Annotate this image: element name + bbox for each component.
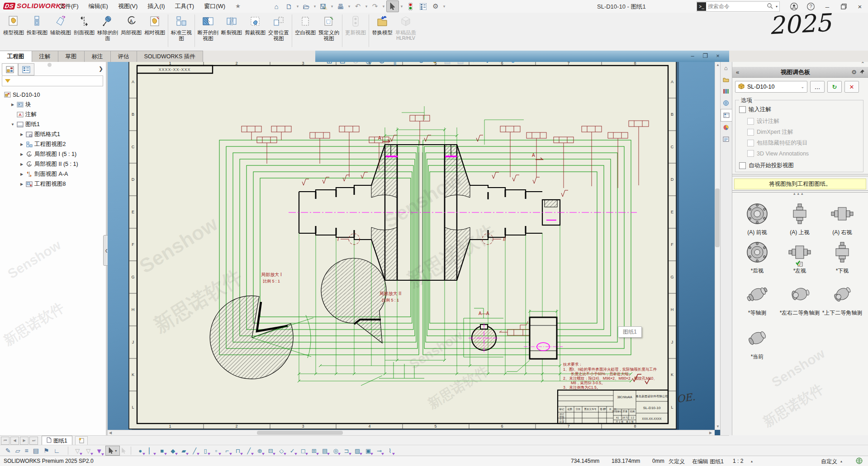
tree-item-sheetformat1[interactable]: ▶图纸格式1: [19, 130, 60, 139]
checkbox[interactable]: [739, 162, 746, 169]
sheet-scale[interactable]: 1 : 2: [733, 458, 743, 464]
menu-edit[interactable]: 编辑(E): [84, 0, 113, 13]
first-sheet-icon[interactable]: ⏮: [1, 437, 9, 445]
tree-item-drawingview8[interactable]: ▶工程图视图8: [19, 179, 66, 189]
new-document-icon[interactable]: 🗋: [283, 1, 295, 12]
scroll-right-icon[interactable]: ▶: [709, 431, 712, 435]
dropdown-icon[interactable]: ▾: [495, 62, 505, 63]
checkbox[interactable]: [739, 106, 746, 113]
filter-gtol-icon[interactable]: ⊞: [308, 447, 319, 454]
horizontal-scrollbar[interactable]: [108, 430, 715, 435]
tree-item-detailview2[interactable]: ▶A局部视图 II (5 : 1): [19, 160, 78, 169]
horizontal-scrollbar-thumb[interactable]: [257, 431, 343, 435]
redo-icon[interactable]: ↷: [369, 1, 381, 12]
checkbox-import-annotations[interactable]: 输入注解: [739, 106, 771, 113]
gear-icon[interactable]: ⚙: [430, 1, 441, 12]
view-thumb-current[interactable]: *当前: [736, 326, 778, 360]
tree-item-sectionview[interactable]: ▶剖面视图 A-A: [19, 169, 68, 179]
design-library-tab-icon[interactable]: [721, 85, 731, 97]
select-cursor-button[interactable]: ▾: [105, 446, 120, 456]
view-thumb-top[interactable]: (A) 上视: [778, 202, 821, 235]
tree-item-blocks[interactable]: ▶块: [10, 100, 31, 109]
filter-plane-icon[interactable]: ▯: [200, 447, 211, 454]
menu-window[interactable]: 窗口(W): [199, 0, 230, 13]
view-thumb-right[interactable]: (A) 右视: [821, 202, 863, 235]
view-thumb-back[interactable]: *后视: [736, 240, 778, 274]
pin-icon[interactable]: ★: [230, 0, 246, 13]
replace-model-button[interactable]: 替换模型: [370, 14, 394, 50]
view-thumb-isometric[interactable]: *等轴测: [736, 282, 778, 316]
refresh-button[interactable]: ↻: [827, 81, 842, 93]
annotation-tools-icons[interactable]: ✎▱≡▤⚑∟: [5, 447, 64, 454]
removed-section-button[interactable]: 移除的剖面: [96, 14, 119, 50]
tree-item-drawingview2[interactable]: ▶工程图视图2: [19, 140, 66, 149]
filter-stack-icon[interactable]: ▼: [94, 447, 104, 455]
filter-balloon-icon[interactable]: ◎: [330, 447, 341, 454]
crop-view-button[interactable]: 剪裁视图: [243, 14, 267, 50]
scroll-down-icon[interactable]: ▼: [716, 424, 720, 428]
filter-edges-icon[interactable]: ▏: [146, 447, 157, 454]
rebuild-icon[interactable]: [404, 1, 416, 12]
filter-connector-icon[interactable]: ⊸: [374, 447, 384, 454]
predefined-view-button[interactable]: 预定义的视图: [317, 14, 341, 50]
filter-note-icon[interactable]: ▤: [319, 447, 330, 454]
projected-view-button[interactable]: 投影视图: [25, 14, 49, 50]
add-sheet-button[interactable]: [75, 436, 88, 445]
prev-sheet-icon[interactable]: ◀: [10, 437, 19, 445]
collapse-icon[interactable]: ▼: [10, 122, 15, 127]
expand-icon[interactable]: ▶: [19, 162, 24, 166]
section-view-button[interactable]: 剖面视图: [72, 14, 96, 50]
view-thumb-front[interactable]: (A) 前视: [736, 202, 778, 235]
redraw-icon[interactable]: ⟲: [429, 62, 439, 65]
panel-handle[interactable]: [47, 63, 52, 67]
filter-hatch-icon[interactable]: ▨: [352, 447, 363, 454]
sheet-tab-active[interactable]: 图纸1: [42, 436, 72, 445]
model-view-button[interactable]: 模型视图: [2, 14, 25, 50]
custom-properties-tab-icon[interactable]: [721, 133, 731, 145]
tab-addins[interactable]: SOLIDWORKS 插件: [137, 51, 203, 62]
filter-midpoint-icon[interactable]: ╱: [243, 447, 254, 454]
last-sheet-icon[interactable]: ⏭: [29, 437, 38, 445]
view-settings-icon[interactable]: ●: [508, 62, 518, 65]
dropdown-icon[interactable]: ▾: [382, 4, 385, 9]
next-sheet-icon[interactable]: ▶: [20, 437, 28, 445]
tab-evaluate[interactable]: 评估: [110, 51, 137, 62]
tab-annotation[interactable]: 注解: [32, 51, 58, 62]
flyout-expand-icon[interactable]: ❯: [99, 66, 103, 72]
collapse-left-icon[interactable]: «: [736, 69, 739, 75]
dropdown-icon[interactable]: ▾: [330, 4, 334, 9]
filter-datum-icon[interactable]: ⊐: [341, 447, 352, 454]
home-tab-icon[interactable]: ⌂: [721, 62, 731, 74]
expand-icon[interactable]: ▶: [19, 182, 24, 186]
detail-view-button[interactable]: A局部视图: [119, 14, 143, 50]
filter-block-icon[interactable]: ▣: [363, 447, 374, 454]
filter-sketch-segment-icon[interactable]: ⊓: [232, 447, 243, 454]
tree-filter-input[interactable]: [2, 75, 103, 86]
search-dropdown-icon[interactable]: ▾: [776, 5, 778, 9]
feature-manager-tab[interactable]: [2, 63, 18, 75]
filter-centerline-icon[interactable]: ⊟: [265, 447, 276, 454]
filter-surface-finish-icon[interactable]: ✓: [287, 447, 298, 454]
tab-dimension[interactable]: 标注: [84, 51, 111, 62]
zoom-area-icon[interactable]: ⊡: [337, 62, 347, 65]
open-icon[interactable]: 🗁: [300, 1, 312, 12]
hide-show-items-icon[interactable]: ◑: [482, 62, 492, 65]
dropdown-icon[interactable]: ▾: [347, 4, 351, 9]
restore-icon[interactable]: [836, 0, 851, 13]
filter-dimension-icon[interactable]: ◇: [276, 447, 287, 454]
view-thumb-dimetric-lr[interactable]: *左右二等角轴测: [778, 282, 821, 316]
menu-insert[interactable]: 插入(I): [142, 0, 170, 13]
menu-file[interactable]: 文件(F): [54, 0, 84, 13]
gear-icon[interactable]: ⚙: [851, 69, 857, 75]
filter-sketch-point-icon[interactable]: ▫: [211, 447, 222, 454]
broken-out-section-button[interactable]: 断开的剖视图: [196, 14, 220, 50]
filter-toggle-icon[interactable]: ▽: [83, 447, 94, 454]
tab-sketch[interactable]: 草图: [58, 51, 85, 62]
filter-center-mark-icon[interactable]: ⊕: [254, 447, 265, 454]
drag-handle-dots[interactable]: ▴▴▴: [793, 191, 805, 196]
filter-faces-icon[interactable]: ■: [157, 447, 167, 454]
units-dropdown-icon[interactable]: ▴: [840, 459, 842, 463]
dropdown-icon[interactable]: ▾: [365, 4, 368, 9]
options-list-icon[interactable]: [417, 1, 429, 12]
select-cursor-icon[interactable]: [386, 0, 399, 12]
